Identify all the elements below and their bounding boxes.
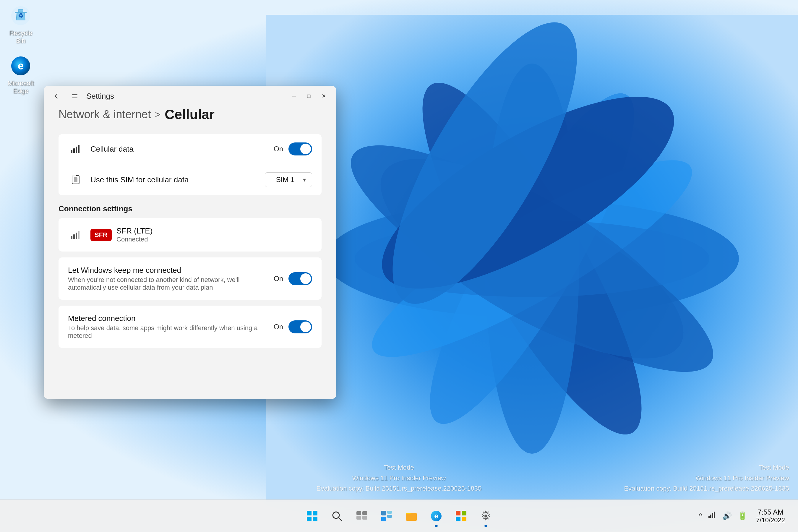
keep-connected-title: Let Windows keep me connected — [68, 266, 274, 275]
svg-rect-13 — [18, 10, 23, 12]
svg-rect-30 — [307, 517, 311, 521]
sim-dropdown[interactable]: SIM 1 ▾ — [265, 172, 312, 187]
maximize-button[interactable]: □ — [302, 89, 316, 103]
dropdown-arrow-icon: ▾ — [303, 176, 306, 183]
clock-area[interactable]: 7:55 AM 7/10/2022 — [752, 506, 789, 526]
svg-rect-40 — [387, 515, 392, 518]
sfr-row[interactable]: SFR SFR (LTE) Connected — [58, 218, 322, 251]
sfr-card: SFR SFR (LTE) Connected — [58, 218, 322, 251]
minimize-button[interactable]: ─ — [287, 89, 301, 103]
metered-toggle-label: On — [274, 323, 283, 331]
sfr-name: SFR (LTE) — [116, 226, 152, 235]
sfr-status: Connected — [116, 235, 152, 243]
sim-title: Use this SIM for cellular data — [91, 175, 265, 185]
svg-rect-34 — [357, 511, 361, 515]
hamburger-button[interactable] — [68, 89, 81, 103]
cellular-data-text: Cellular data — [91, 145, 274, 154]
cellular-data-toggle-label: On — [274, 145, 283, 153]
cellular-data-card: Cellular data On — [58, 134, 322, 195]
connection-settings-heading: Connection settings — [58, 204, 322, 213]
sim-control: SIM 1 ▾ — [265, 172, 312, 187]
metered-text: Metered connection To help save data, so… — [68, 314, 274, 340]
sfr-info: SFR (LTE) Connected — [116, 226, 152, 243]
breadcrumb: Network & internet > Cellular — [44, 107, 336, 128]
taskbar-store[interactable] — [449, 504, 473, 528]
taskbar-task-view[interactable] — [350, 504, 374, 528]
tray-chevron-icon[interactable]: ^ — [697, 510, 704, 522]
sim-dropdown-value: SIM 1 — [271, 175, 299, 184]
tray-volume-icon[interactable]: 🔊 — [721, 510, 734, 522]
keep-connected-control: On — [274, 272, 312, 285]
title-bar-left: Settings — [50, 89, 114, 103]
sfr-signal-icon — [68, 230, 83, 240]
keep-connected-row: Let Windows keep me connected When you'r… — [58, 258, 322, 300]
svg-rect-24 — [71, 236, 72, 239]
svg-rect-26 — [76, 233, 77, 239]
svg-rect-41 — [381, 517, 386, 521]
svg-rect-31 — [313, 517, 318, 521]
svg-rect-45 — [456, 511, 460, 515]
breadcrumb-current: Cellular — [165, 107, 214, 122]
breadcrumb-parent[interactable]: Network & internet — [58, 108, 151, 121]
svg-rect-29 — [313, 511, 318, 515]
taskbar-settings[interactable] — [474, 504, 498, 528]
metered-card: Metered connection To help save data, so… — [58, 306, 322, 348]
desktop: ♻ Recycle Bin e Microsoft Edge — [0, 0, 798, 532]
svg-rect-18 — [73, 148, 75, 153]
wallpaper-swirl — [266, 15, 798, 502]
window-title: Settings — [86, 92, 114, 101]
tray-network-icon[interactable] — [706, 509, 718, 523]
svg-text:e: e — [18, 60, 24, 72]
tray-battery-icon[interactable]: 🔋 — [736, 510, 749, 522]
cellular-signal-icon — [68, 144, 83, 154]
edge-image: e — [9, 54, 33, 78]
svg-rect-46 — [462, 511, 467, 515]
taskbar-start[interactable] — [300, 504, 324, 528]
svg-rect-22 — [74, 177, 77, 182]
svg-rect-25 — [73, 234, 75, 239]
recycle-bin-icon[interactable]: ♻ Recycle Bin — [1, 1, 40, 47]
taskbar-search[interactable] — [325, 504, 349, 528]
svg-rect-53 — [714, 512, 715, 518]
back-button[interactable] — [50, 89, 63, 103]
metered-toggle[interactable] — [288, 320, 312, 334]
edge-desktop-icon[interactable]: e Microsoft Edge — [1, 52, 40, 97]
metered-title: Metered connection — [68, 314, 274, 323]
title-bar: Settings ─ □ ✕ — [44, 86, 336, 107]
taskbar-file-explorer[interactable] — [400, 504, 423, 528]
breadcrumb-separator: > — [155, 109, 161, 120]
tray-icons: ^ 🔊 🔋 — [697, 509, 749, 523]
clock-time: 7:55 AM — [756, 508, 785, 516]
keep-connected-card: Let Windows keep me connected When you'r… — [58, 258, 322, 300]
sim-text: Use this SIM for cellular data — [91, 175, 265, 185]
window-controls: ─ □ ✕ — [287, 89, 330, 103]
svg-text:♻: ♻ — [18, 13, 23, 19]
keep-connected-toggle[interactable] — [288, 272, 312, 285]
svg-rect-48 — [462, 517, 467, 521]
cellular-data-title: Cellular data — [91, 145, 274, 154]
svg-rect-39 — [387, 511, 392, 514]
svg-rect-38 — [381, 511, 386, 515]
cellular-data-control: On — [274, 142, 312, 155]
clock-date: 7/10/2022 — [756, 516, 785, 524]
svg-rect-37 — [362, 516, 367, 519]
edge-label: Microsoft Edge — [4, 79, 38, 95]
recycle-bin-image: ♻ — [9, 4, 33, 27]
svg-rect-35 — [362, 511, 367, 515]
svg-rect-50 — [708, 516, 710, 518]
cellular-data-toggle[interactable] — [288, 142, 312, 155]
svg-rect-28 — [307, 511, 311, 515]
taskbar-widgets[interactable] — [375, 504, 398, 528]
svg-rect-27 — [78, 231, 79, 239]
metered-control: On — [274, 320, 312, 334]
close-button[interactable]: ✕ — [317, 89, 330, 103]
svg-rect-20 — [78, 145, 79, 153]
taskbar-tray: ^ 🔊 🔋 7:55 AM 7/10/2022 — [697, 506, 789, 526]
taskbar-center: e — [300, 504, 498, 528]
keep-connected-toggle-label: On — [274, 274, 283, 283]
sim-row: Use this SIM for cellular data SIM 1 ▾ — [58, 164, 322, 195]
svg-rect-36 — [357, 516, 361, 519]
taskbar: e ^ — [0, 499, 798, 532]
settings-content: Cellular data On — [44, 128, 336, 399]
taskbar-edge[interactable]: e — [424, 504, 448, 528]
